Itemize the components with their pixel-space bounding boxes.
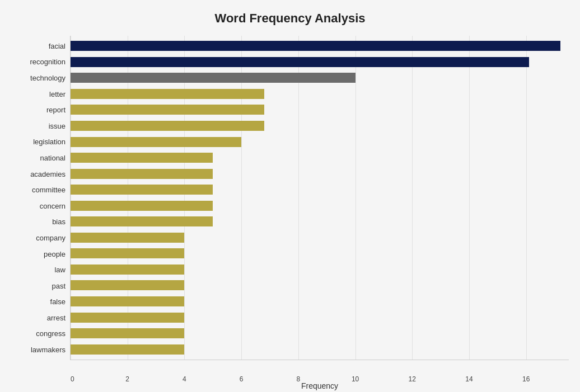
bar [71, 121, 264, 131]
bar [71, 89, 264, 99]
y-label: arrest [47, 311, 66, 324]
bar-row [71, 263, 569, 276]
y-label: past [52, 279, 66, 292]
y-label: academies [30, 167, 66, 181]
y-label: company [36, 231, 66, 244]
bar-row [71, 327, 569, 339]
y-label: committee [32, 183, 66, 197]
bar-row [71, 183, 569, 196]
bar [71, 185, 213, 195]
bar [71, 73, 356, 83]
bar [71, 265, 184, 275]
y-label: concern [40, 199, 66, 212]
bar-row [71, 56, 569, 68]
y-label: people [44, 247, 66, 261]
bar-row [71, 120, 569, 132]
bar [71, 280, 184, 290]
bar [71, 233, 184, 243]
bar-row [71, 200, 569, 212]
bar [71, 153, 213, 163]
bar [71, 216, 213, 226]
bar [71, 296, 184, 306]
bar [71, 137, 241, 147]
bar-row [71, 311, 569, 324]
y-label: false [50, 295, 66, 309]
bar-row [71, 279, 569, 291]
y-label: lawmakers [31, 343, 66, 357]
bar-row [71, 152, 569, 164]
bar [71, 344, 184, 355]
y-label: national [40, 151, 66, 164]
bars-wrapper [71, 36, 569, 360]
bar-row [71, 40, 569, 52]
bar-row [71, 103, 569, 116]
bar [71, 328, 184, 338]
chart-area: facialrecognitiontechnologyletterreporti… [11, 36, 569, 360]
y-label: letter [49, 87, 66, 101]
bar-row [71, 88, 569, 100]
bar [71, 169, 213, 179]
y-label: legislation [33, 135, 66, 149]
bar-row [71, 168, 569, 180]
bar [71, 57, 529, 67]
bar-row [71, 247, 569, 259]
bar-row [71, 295, 569, 308]
plot-area: 0246810121416 Frequency [70, 36, 569, 360]
chart-title: Word Frequency Analysis [11, 11, 569, 26]
y-label: report [46, 103, 66, 117]
bar-row [71, 215, 569, 228]
bar [71, 248, 184, 258]
bar [71, 41, 560, 51]
bar [71, 105, 264, 115]
y-label: facial [49, 39, 66, 53]
y-label: recognition [30, 55, 66, 69]
y-label: technology [30, 71, 66, 84]
y-label: issue [49, 119, 66, 133]
bar-row [71, 232, 569, 244]
chart-container: Word Frequency Analysis facialrecognitio… [0, 0, 580, 392]
y-label: congress [36, 327, 66, 341]
bar-row [71, 136, 569, 148]
y-label: bias [52, 215, 66, 229]
bar [71, 313, 184, 323]
bar-row [71, 343, 569, 356]
x-axis-label: Frequency [71, 381, 569, 390]
y-axis: facialrecognitiontechnologyletterreporti… [11, 36, 70, 360]
bar-row [71, 72, 569, 84]
bar [71, 201, 213, 211]
y-label: law [54, 263, 66, 277]
